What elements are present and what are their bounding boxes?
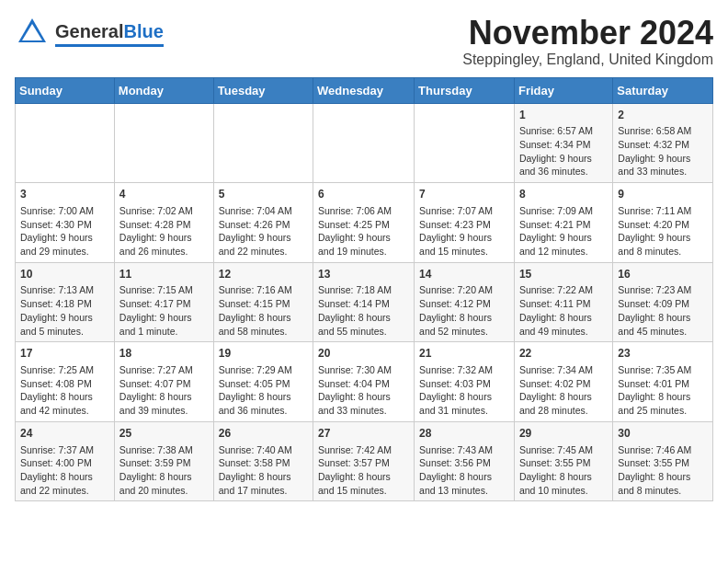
day-number: 8 [519, 187, 608, 202]
day-info: Sunrise: 7:45 AM [519, 443, 608, 457]
day-info: Daylight: 8 hours and 20 minutes. [119, 470, 209, 497]
month-title: November 2024 [462, 15, 713, 52]
day-number: 26 [219, 426, 308, 442]
calendar-cell: 10Sunrise: 7:13 AMSunset: 4:18 PMDayligh… [16, 262, 115, 342]
logo-blue: Blue [123, 21, 163, 41]
logo-general: General [55, 21, 123, 41]
day-info: Sunset: 4:17 PM [119, 297, 209, 311]
day-info: Sunset: 4:11 PM [519, 297, 608, 311]
calendar-week-row: 1Sunrise: 6:57 AMSunset: 4:34 PMDaylight… [16, 103, 713, 183]
day-info: Sunset: 4:32 PM [618, 138, 708, 152]
day-info: Sunset: 4:34 PM [519, 138, 608, 152]
calendar-cell: 25Sunrise: 7:38 AMSunset: 3:59 PMDayligh… [114, 421, 213, 501]
logo-icon [15, 15, 50, 53]
day-info: Sunrise: 7:06 AM [318, 204, 409, 218]
weekday-header: Tuesday [213, 77, 313, 103]
day-number: 30 [618, 426, 708, 442]
day-info: Sunset: 4:23 PM [419, 218, 509, 232]
day-info: Daylight: 8 hours and 31 minutes. [419, 390, 509, 417]
day-info: Sunset: 4:14 PM [318, 297, 409, 311]
day-number: 5 [219, 187, 308, 202]
logo-text: GeneralBlue [55, 21, 164, 42]
day-info: Sunset: 3:55 PM [618, 456, 708, 470]
day-info: Sunset: 4:04 PM [318, 377, 409, 391]
calendar-cell: 6Sunrise: 7:06 AMSunset: 4:25 PMDaylight… [313, 183, 415, 263]
day-number: 17 [20, 346, 109, 362]
calendar-cell [213, 103, 313, 183]
day-info: Sunset: 4:12 PM [419, 297, 509, 311]
calendar-cell: 15Sunrise: 7:22 AMSunset: 4:11 PMDayligh… [514, 262, 612, 342]
day-info: Sunset: 4:15 PM [219, 297, 308, 311]
calendar-cell: 21Sunrise: 7:32 AMSunset: 4:03 PMDayligh… [415, 342, 515, 422]
logo-line [55, 44, 164, 47]
day-info: Daylight: 8 hours and 55 minutes. [318, 311, 409, 338]
day-info: Daylight: 8 hours and 15 minutes. [318, 470, 409, 497]
day-info: Sunrise: 7:07 AM [419, 204, 509, 218]
day-info: Sunset: 4:28 PM [119, 218, 209, 232]
day-info: Sunset: 4:03 PM [419, 377, 509, 391]
logo-text-block: GeneralBlue [55, 21, 164, 47]
day-number: 12 [219, 267, 308, 282]
day-info: Daylight: 9 hours and 22 minutes. [219, 231, 308, 258]
day-info: Sunrise: 7:02 AM [119, 204, 209, 218]
day-number: 13 [318, 267, 409, 282]
calendar-week-row: 10Sunrise: 7:13 AMSunset: 4:18 PMDayligh… [16, 262, 713, 342]
day-info: Sunset: 4:18 PM [20, 297, 109, 311]
day-info: Sunrise: 7:35 AM [618, 363, 708, 377]
title-area: November 2024 Steppingley, England, Unit… [462, 15, 713, 68]
calendar-week-row: 17Sunrise: 7:25 AMSunset: 4:08 PMDayligh… [16, 342, 713, 422]
weekday-header: Monday [114, 77, 213, 103]
day-number: 27 [318, 426, 409, 442]
calendar-cell: 12Sunrise: 7:16 AMSunset: 4:15 PMDayligh… [213, 262, 313, 342]
day-info: Sunrise: 7:43 AM [419, 443, 509, 457]
calendar-cell: 28Sunrise: 7:43 AMSunset: 3:56 PMDayligh… [415, 421, 515, 501]
day-info: Daylight: 8 hours and 58 minutes. [219, 311, 308, 338]
day-info: Sunrise: 7:22 AM [519, 283, 608, 297]
day-info: Sunrise: 7:29 AM [219, 363, 308, 377]
day-number: 24 [20, 426, 109, 442]
day-number: 23 [618, 346, 708, 362]
day-info: Sunset: 3:58 PM [219, 456, 308, 470]
weekday-header: Thursday [415, 77, 515, 103]
day-number: 15 [519, 267, 608, 282]
calendar-cell: 11Sunrise: 7:15 AMSunset: 4:17 PMDayligh… [114, 262, 213, 342]
day-info: Sunset: 4:25 PM [318, 218, 409, 232]
day-info: Sunrise: 7:23 AM [618, 283, 708, 297]
calendar-week-row: 3Sunrise: 7:00 AMSunset: 4:30 PMDaylight… [16, 183, 713, 263]
calendar-cell: 30Sunrise: 7:46 AMSunset: 3:55 PMDayligh… [613, 421, 713, 501]
calendar-cell [313, 103, 415, 183]
logo: GeneralBlue [15, 15, 164, 53]
day-info: Sunrise: 7:40 AM [219, 443, 308, 457]
day-info: Daylight: 9 hours and 12 minutes. [519, 231, 608, 258]
day-number: 16 [618, 267, 708, 282]
calendar-cell: 4Sunrise: 7:02 AMSunset: 4:28 PMDaylight… [114, 183, 213, 263]
day-info: Daylight: 9 hours and 33 minutes. [618, 152, 708, 178]
day-info: Sunset: 4:08 PM [20, 377, 109, 391]
day-info: Sunrise: 7:18 AM [318, 283, 409, 297]
day-info: Daylight: 8 hours and 8 minutes. [618, 470, 708, 497]
calendar-cell: 20Sunrise: 7:30 AMSunset: 4:04 PMDayligh… [313, 342, 415, 422]
calendar-cell [16, 103, 115, 183]
day-info: Sunrise: 7:46 AM [618, 443, 708, 457]
calendar-cell [114, 103, 213, 183]
day-number: 9 [618, 187, 708, 202]
calendar-cell: 18Sunrise: 7:27 AMSunset: 4:07 PMDayligh… [114, 342, 213, 422]
calendar-cell: 1Sunrise: 6:57 AMSunset: 4:34 PMDaylight… [514, 103, 612, 183]
day-info: Sunrise: 7:00 AM [20, 204, 109, 218]
calendar-cell: 2Sunrise: 6:58 AMSunset: 4:32 PMDaylight… [613, 103, 713, 183]
day-number: 18 [119, 346, 209, 362]
day-info: Sunrise: 7:27 AM [119, 363, 209, 377]
calendar-cell: 3Sunrise: 7:00 AMSunset: 4:30 PMDaylight… [16, 183, 115, 263]
day-number: 1 [519, 108, 608, 123]
day-info: Sunset: 4:21 PM [519, 218, 608, 232]
day-info: Daylight: 8 hours and 45 minutes. [618, 311, 708, 338]
day-info: Daylight: 9 hours and 5 minutes. [20, 311, 109, 338]
weekday-header: Saturday [613, 77, 713, 103]
day-info: Sunset: 4:07 PM [119, 377, 209, 391]
day-info: Sunrise: 7:38 AM [119, 443, 209, 457]
day-number: 7 [419, 187, 509, 202]
calendar-cell: 5Sunrise: 7:04 AMSunset: 4:26 PMDaylight… [213, 183, 313, 263]
day-info: Daylight: 8 hours and 17 minutes. [219, 470, 308, 497]
day-number: 21 [419, 346, 509, 362]
calendar-cell: 22Sunrise: 7:34 AMSunset: 4:02 PMDayligh… [514, 342, 612, 422]
